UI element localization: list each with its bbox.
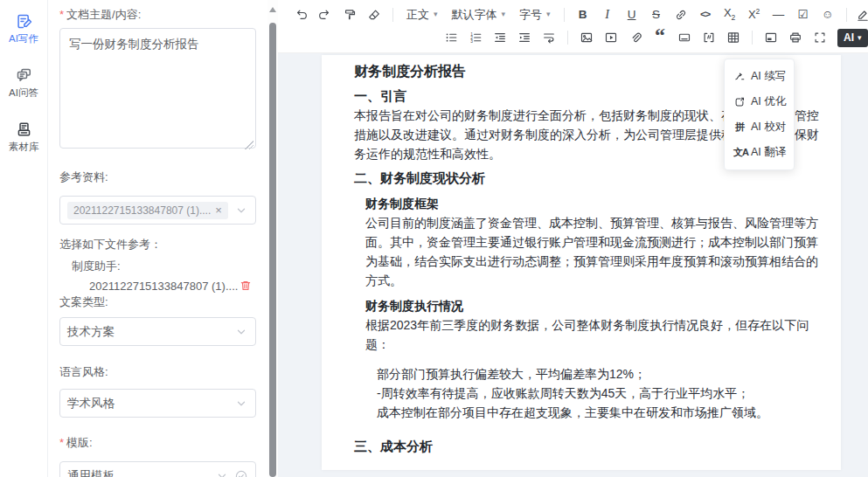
sidebar-item-label: AI写作 <box>9 32 38 45</box>
emoji-icon: ☺ <box>822 9 834 21</box>
superscript-button[interactable]: X2 <box>745 4 764 25</box>
doc-type-label: 文案类型: <box>59 294 256 310</box>
bullet-list-button[interactable] <box>441 27 461 48</box>
reference-tag-label: 2021122715133847807 (1).... <box>73 204 211 217</box>
sidebar-item-material-library[interactable]: 素材库 <box>0 121 47 154</box>
underline-button[interactable]: U <box>622 4 642 25</box>
sidebar-item-ai-writing[interactable]: AI写作 <box>0 12 47 45</box>
underline-icon: U <box>628 9 636 21</box>
bold-icon: B <box>579 9 587 21</box>
link-icon <box>674 8 688 22</box>
highlight-pen-button[interactable]: ▾ <box>856 4 868 25</box>
menu-item-ai-optimize[interactable]: AI 优化 <box>725 89 794 114</box>
outdent-button[interactable] <box>490 27 510 48</box>
topic-input[interactable]: 写一份财务制度分析报告 <box>59 28 256 149</box>
menu-item-label: AI 续写 <box>751 69 786 84</box>
italic-icon: I <box>605 8 609 21</box>
menu-item-ai-proofread[interactable]: 拼AI 校对 <box>725 114 794 140</box>
redo-button[interactable] <box>316 4 335 25</box>
editor-toolbar: 正文▾默认字体▾字号▾BIUS<>X2X2—☑☺▾A▾▾ 123“AI▾ <box>278 0 868 51</box>
menu-item-ai-translate[interactable]: 文AAI 翻译 <box>725 140 794 165</box>
bullet-list-icon <box>444 31 458 45</box>
template-select[interactable]: 通用模板 <box>59 461 256 477</box>
divider-block-icon <box>677 31 691 45</box>
code-block-button[interactable] <box>699 27 719 48</box>
code-block-icon <box>702 31 716 45</box>
scrollbar-thumb[interactable] <box>269 23 276 477</box>
menu-item-ai-continue[interactable]: AI 续写 <box>725 64 794 89</box>
strikethrough-icon: S <box>652 9 660 21</box>
fullscreen-icon <box>813 31 827 45</box>
reference-select[interactable]: 2021122715133847807 (1).... × <box>59 196 256 225</box>
resize-grip[interactable] <box>245 141 253 149</box>
print-button[interactable] <box>786 27 805 48</box>
strikethrough-button[interactable]: S <box>647 4 666 25</box>
link-button[interactable] <box>671 4 691 25</box>
eraser-button[interactable] <box>365 4 384 25</box>
file-section-label: 选择如下文件参考： <box>59 237 256 252</box>
task-list-icon: ☑ <box>798 9 809 21</box>
highlight-pen-icon <box>856 8 868 22</box>
text-wrap-icon <box>542 31 556 45</box>
fullscreen-button[interactable] <box>810 27 830 48</box>
indent-button[interactable] <box>515 27 534 48</box>
topic-label: *文档主题/内容: <box>59 7 256 23</box>
toolbar-separator <box>846 8 847 22</box>
attachment-button[interactable] <box>626 27 645 48</box>
bold-button[interactable]: B <box>573 4 593 25</box>
doc-heading: 成本构成 <box>354 467 820 470</box>
emoji-button[interactable]: ☺ <box>818 4 837 25</box>
divider-block-button[interactable] <box>675 27 694 48</box>
form-panel: *文档主题/内容: 写一份财务制度分析报告 参考资料: 202112271513… <box>48 0 267 477</box>
font-family-select[interactable]: 默认字体▾ <box>452 7 506 23</box>
image-button[interactable] <box>577 27 596 48</box>
tag-close-icon[interactable]: × <box>215 205 222 216</box>
form-scrollbar <box>267 0 278 477</box>
float-panel-button[interactable] <box>761 27 781 48</box>
subscript-button[interactable]: X2 <box>720 4 740 25</box>
doc-type-select[interactable]: 技术方案 <box>59 317 256 346</box>
toolbar-row-2: 123“AI▾ <box>439 26 859 49</box>
attachment-icon <box>628 31 642 45</box>
reference-tag: 2021122715133847807 (1).... × <box>67 202 228 219</box>
undo-button[interactable] <box>291 4 310 25</box>
ordered-list-button[interactable]: 123 <box>466 27 485 48</box>
ai-dropdown-menu: AI 续写AI 优化拼AI 校对文AAI 翻译 <box>724 59 795 170</box>
sidebar-item-label: AI问答 <box>9 86 38 100</box>
table-button[interactable] <box>724 27 743 48</box>
image-icon <box>580 31 594 45</box>
trash-icon[interactable] <box>239 279 253 293</box>
doc-heading: 二、财务制度现状分析 <box>354 169 820 188</box>
language-style-select[interactable]: 学术风格 <box>59 389 256 418</box>
inline-code-icon: <> <box>700 10 710 20</box>
video-button[interactable] <box>601 27 621 48</box>
required-mark: * <box>59 8 64 21</box>
ai-optimize-icon <box>733 96 746 108</box>
font-size-select[interactable]: 字号▾ <box>519 7 551 23</box>
paragraph-style-select[interactable]: 正文▾ <box>406 7 438 23</box>
svg-text:3: 3 <box>470 39 473 44</box>
nav-rail: AI写作AI问答素材库 <box>0 0 48 477</box>
ordered-list-icon: 123 <box>469 31 483 45</box>
ai-translate-icon: 文A <box>733 146 746 159</box>
caret-down-icon: ▾ <box>858 34 862 42</box>
ai-menu-button[interactable]: AI▾ <box>837 29 868 47</box>
format-painter-icon <box>343 8 357 22</box>
template-label: *模版: <box>59 435 256 451</box>
language-style-value: 学术风格 <box>67 396 234 411</box>
chevron-down-icon <box>234 204 248 218</box>
task-list-button[interactable]: ☑ <box>794 4 813 25</box>
doc-paragraph: 部分部门预算执行偏差较大，平均偏差率为12%； <box>354 364 820 384</box>
blockquote-button[interactable]: “ <box>650 27 670 48</box>
menu-item-label: AI 校对 <box>751 120 786 135</box>
sidebar-item-ai-qa[interactable]: AI问答 <box>0 66 47 100</box>
required-mark: * <box>59 436 64 449</box>
format-painter-button[interactable] <box>340 4 359 25</box>
video-icon <box>604 31 618 45</box>
chevron-down-icon <box>234 397 248 411</box>
italic-button[interactable]: I <box>598 4 617 25</box>
horizontal-rule-button[interactable]: — <box>769 4 788 25</box>
scroll-up-icon[interactable] <box>269 7 276 12</box>
inline-code-button[interactable]: <> <box>696 4 715 25</box>
text-wrap-button[interactable] <box>539 27 559 48</box>
